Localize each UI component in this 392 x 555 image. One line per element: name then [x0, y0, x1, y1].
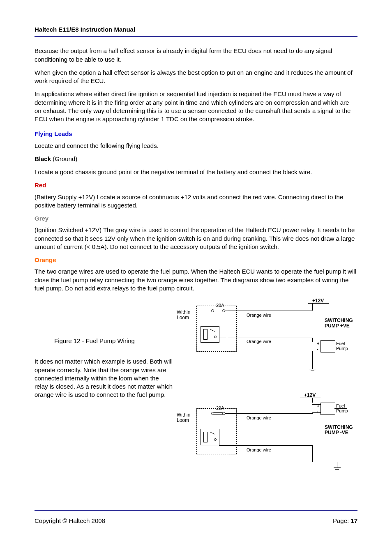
orange-wire-label: Orange wire	[247, 312, 271, 318]
dashed-divider	[227, 400, 227, 458]
section-heading-orange: Orange	[35, 256, 357, 264]
wire	[312, 404, 321, 405]
figure-block: Figure 12 - Fuel Pump Wiring It does not…	[35, 297, 357, 503]
body-paragraph: In applications where either direct fire…	[35, 90, 357, 123]
wire	[312, 303, 313, 311]
section-heading-grey: Grey	[35, 214, 357, 223]
body-paragraph: When given the option a hall effect sens…	[35, 69, 357, 85]
orange-wire-label: Orange wire	[247, 415, 271, 421]
loom-label: Within Loom	[177, 412, 190, 423]
wire	[312, 351, 321, 351]
diagram-title: SWITCHING PUMP +VE	[325, 318, 353, 329]
loom-label: Within Loom	[177, 310, 190, 320]
body-paragraph: Black (Ground)	[35, 155, 357, 163]
body-paragraph: It does not matter which example is used…	[35, 357, 173, 399]
wire	[334, 346, 347, 346]
fuel-pump-icon: +-	[321, 403, 335, 415]
wire	[312, 412, 321, 413]
ground-icon	[312, 363, 313, 369]
body-paragraph: Locate a good chassis ground point or th…	[35, 168, 357, 176]
wire	[334, 408, 347, 409]
wire	[312, 342, 321, 342]
wire	[219, 338, 312, 338]
fuse-icon	[214, 310, 223, 312]
wire	[347, 408, 347, 416]
wire	[225, 311, 312, 311]
label-black: Black	[35, 155, 51, 162]
body-paragraph: Locate and connect the following flying …	[35, 142, 357, 150]
wire	[312, 445, 313, 462]
wire	[308, 303, 329, 304]
section-heading-flying-leads: Flying Leads	[35, 130, 357, 138]
wire	[312, 398, 313, 403]
orange-wire-label: Orange wire	[247, 339, 271, 345]
ground-icon	[337, 462, 337, 467]
orange-wire-label: Orange wire	[247, 447, 271, 453]
body-paragraph: Because the output from a hall effect se…	[35, 47, 357, 64]
dashed-divider	[227, 297, 227, 355]
wire	[312, 412, 313, 414]
relay-icon	[201, 429, 219, 445]
footer-page: Page: 17	[333, 517, 357, 525]
wire	[347, 346, 347, 353]
relay-icon	[201, 326, 219, 343]
header-title: Haltech E11/E8 Instruction Manual	[35, 25, 357, 34]
footer-rule	[35, 510, 357, 511]
footer-copyright: Copyright © Haltech 2008	[35, 517, 105, 525]
wire	[225, 413, 312, 414]
body-paragraph: (Ignition Switched +12V) The grey wire i…	[35, 226, 357, 251]
body-paragraph: The two orange wires are used to operate…	[35, 267, 357, 292]
fuse-icon	[214, 412, 223, 415]
section-heading-red: Red	[35, 181, 357, 189]
fuse-label: 20A	[216, 302, 224, 309]
diagram-switching-pump-positive: Within Loom 20A Orange wire Orange wire …	[177, 297, 357, 380]
fuse-label: 20A	[216, 405, 224, 411]
header-rule	[35, 36, 357, 37]
diagram-switching-pump-negative: Within Loom 20A Orange wire Orange wire …	[177, 400, 357, 482]
diagram-title: SWITCHING PUMP -VE	[325, 425, 353, 435]
body-paragraph: (Battery Supply +12V) Locate a source of…	[35, 193, 357, 210]
fuel-pump-icon: +-	[321, 340, 335, 352]
label-black-paren: (Ground)	[51, 155, 77, 162]
wire	[312, 338, 313, 342]
wire	[312, 351, 313, 363]
wire	[300, 398, 321, 398]
wire	[312, 462, 337, 462]
figure-caption: Figure 12 - Fuel Pump Wiring	[54, 337, 173, 345]
wire	[219, 445, 312, 446]
